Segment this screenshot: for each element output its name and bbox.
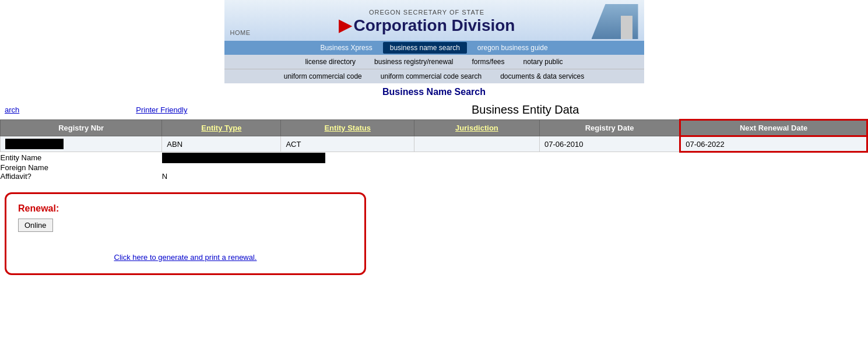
- nav-bar-1: Business Xpress business name search ore…: [224, 41, 644, 55]
- foreign-name-label: Foreign Name: [1, 163, 162, 172]
- renewal-box: Renewal: Online Click here to generate a…: [5, 192, 366, 275]
- col-entity-type: Entity Type: [162, 120, 281, 136]
- cell-registry-nbr: [1, 136, 162, 152]
- nav-business-xpress[interactable]: Business Xpress: [310, 42, 382, 54]
- page-title-bar: Business Name Search: [0, 83, 868, 101]
- header-container: HOME OREGON SECRETARY OF STATE ▶Corporat…: [224, 0, 644, 83]
- entity-name-label: Entity Name: [1, 152, 162, 164]
- nav-business-name-search[interactable]: business name search: [383, 42, 467, 54]
- entity-name-value: [162, 152, 867, 164]
- entity-name-redacted: [162, 153, 325, 163]
- entity-data-title: Business Entity Data: [187, 103, 863, 117]
- header-image: [592, 4, 638, 39]
- main-content: arch Printer Friendly Business Entity Da…: [0, 101, 868, 298]
- nav-ucc[interactable]: uniform commercial code: [275, 71, 371, 82]
- renewal-label: Renewal:: [18, 203, 353, 214]
- cell-next-renewal-date: 07-06-2022: [680, 136, 867, 152]
- action-row: arch Printer Friendly Business Entity Da…: [0, 101, 868, 119]
- col-registry-date: Registry Date: [539, 120, 680, 136]
- foreign-name-row: Foreign Name: [1, 163, 867, 172]
- search-link[interactable]: arch: [5, 105, 19, 114]
- entity-data-table: Registry Nbr Entity Type Entity Status J…: [0, 119, 868, 181]
- nav-license-directory[interactable]: license directory: [296, 56, 365, 68]
- nav-forms-fees[interactable]: forms/fees: [463, 56, 514, 68]
- entity-type-sort-link[interactable]: Entity Type: [201, 124, 241, 132]
- page-title: Business Name Search: [3, 87, 865, 97]
- entity-status-sort-link[interactable]: Entity Status: [324, 124, 370, 132]
- foreign-name-value: [162, 163, 867, 172]
- header-area: HOME OREGON SECRETARY OF STATE ▶Corporat…: [0, 0, 868, 83]
- registry-nbr-redacted: [5, 139, 64, 149]
- nav-documents-data[interactable]: documents & data services: [491, 71, 593, 82]
- col-jurisdiction: Jurisdiction: [414, 120, 540, 136]
- cell-entity-status: ACT: [281, 136, 414, 152]
- cell-jurisdiction: [414, 136, 540, 152]
- col-registry-nbr: Registry Nbr: [1, 120, 162, 136]
- nav-oregon-business-guide[interactable]: oregon business guide: [467, 42, 558, 54]
- affidavit-row: Affidavit? N: [1, 172, 867, 181]
- affidavit-value: N: [162, 172, 867, 181]
- entity-data-row: ABN ACT 07-06-2010 07-06-2022: [1, 136, 867, 152]
- cell-entity-type: ABN: [162, 136, 281, 152]
- nav-bar-3: uniform commercial code uniform commerci…: [224, 69, 644, 83]
- home-link[interactable]: HOME: [230, 29, 251, 38]
- col-entity-status: Entity Status: [281, 120, 414, 136]
- nav-bar-2: license directory business registry/rene…: [224, 55, 644, 69]
- header-main-title: ▶Corporation Division: [262, 16, 592, 35]
- printer-friendly-link[interactable]: Printer Friendly: [136, 105, 187, 114]
- header-title-area: OREGON SECRETARY OF STATE ▶Corporation D…: [262, 9, 592, 35]
- nav-ucc-search[interactable]: uniform commercial code search: [371, 71, 491, 82]
- jurisdiction-sort-link[interactable]: Jurisdiction: [455, 124, 498, 132]
- nav-business-registry[interactable]: business registry/renewal: [365, 56, 462, 68]
- online-button[interactable]: Online: [18, 219, 53, 232]
- col-next-renewal-date: Next Renewal Date: [680, 120, 867, 136]
- header-subtitle: OREGON SECRETARY OF STATE: [262, 9, 592, 16]
- entity-name-row: Entity Name: [1, 152, 867, 164]
- nav-notary-public[interactable]: notary public: [514, 56, 572, 68]
- cell-registry-date: 07-06-2010: [539, 136, 680, 152]
- header-top: HOME OREGON SECRETARY OF STATE ▶Corporat…: [224, 0, 644, 41]
- arrow-icon: ▶: [339, 16, 352, 34]
- renewal-print-link[interactable]: Click here to generate and print a renew…: [18, 253, 353, 262]
- affidavit-label: Affidavit?: [1, 172, 162, 181]
